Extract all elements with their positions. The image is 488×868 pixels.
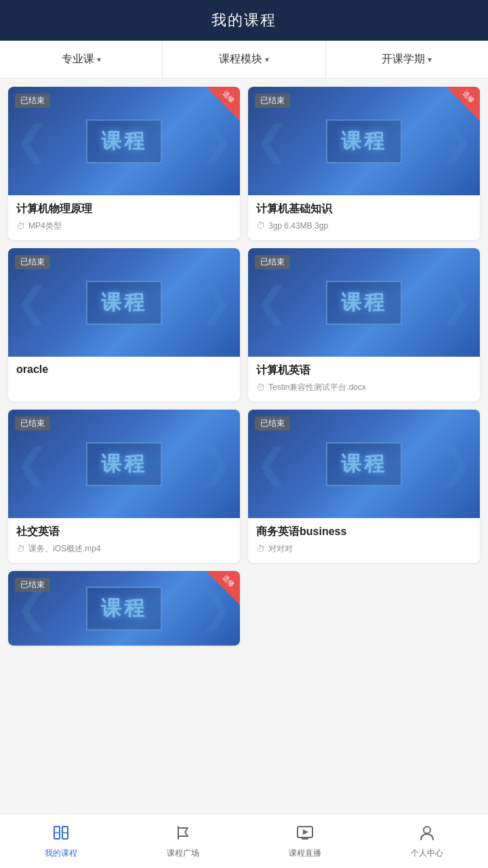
thumb-center-box-7: 课程	[86, 587, 162, 631]
thumb-center-text-3: 课程	[101, 291, 147, 313]
course-row-4: ❮ ❯ 课程 已结束 选修	[8, 571, 480, 646]
course-title-6: 商务英语business	[256, 525, 472, 539]
course-grid: ❮ ❯ 课程 已结束 选修 计算机物理原理 ⏱ MP4类型	[0, 79, 488, 814]
thumb-center-text-2: 课程	[341, 130, 387, 152]
course-info-6: 商务英语business ⏱ 对对对	[248, 518, 480, 563]
thumb-center-text-1: 课程	[101, 130, 147, 152]
nav-item-live[interactable]: 课程直播	[244, 814, 366, 868]
course-row-3: ❮ ❯ 课程 已结束 社交英语 ⏱ 课务、iOS概述.mp4 ❮	[8, 410, 480, 563]
filter-semester[interactable]: 开课学期 ▾	[325, 41, 488, 78]
course-card-3[interactable]: ❮ ❯ 课程 已结束 oracle	[8, 248, 240, 401]
clock-icon: ⏱	[256, 544, 265, 554]
person-icon	[418, 823, 436, 845]
clock-icon: ⏱	[256, 220, 265, 231]
course-meta-text-4: Testin兼容性测试平台.docx	[268, 382, 366, 393]
nav-label-my-courses: 我的课程	[45, 848, 77, 859]
thumb-center-box-2: 课程	[326, 119, 402, 163]
nav-item-profile[interactable]: 个人中心	[366, 814, 488, 868]
thumb-center-text-5: 课程	[101, 452, 147, 475]
book-icon	[52, 823, 70, 845]
arrow-left-icon: ❮	[255, 443, 289, 484]
arrow-left-icon: ❮	[15, 282, 49, 323]
course-thumb-2: ❮ ❯ 课程 已结束 选修	[248, 87, 480, 195]
course-card-1[interactable]: ❮ ❯ 课程 已结束 选修 计算机物理原理 ⏱ MP4类型	[8, 87, 240, 240]
nav-item-course-square[interactable]: 课程广场	[122, 814, 244, 868]
arrow-left-icon: ❮	[15, 588, 49, 629]
filter-major-label: 专业课	[62, 52, 94, 66]
course-thumb-7: ❮ ❯ 课程 已结束 选修	[8, 571, 240, 646]
course-row-2: ❮ ❯ 课程 已结束 oracle ❮ ❯ 课	[8, 248, 480, 401]
course-title-1: 计算机物理原理	[16, 202, 232, 216]
header: 我的课程	[0, 0, 488, 41]
course-meta-5: ⏱ 课务、iOS概述.mp4	[16, 543, 232, 555]
clock-icon: ⏱	[256, 382, 265, 393]
arrow-right-icon: ❯	[439, 443, 473, 484]
filter-module[interactable]: 课程模块 ▾	[162, 41, 325, 78]
arrow-right-icon: ❯	[439, 282, 473, 323]
course-meta-text-1: MP4类型	[28, 220, 62, 232]
thumb-center-text-6: 课程	[341, 452, 387, 475]
chevron-down-icon: ▾	[265, 55, 269, 64]
thumb-center-box-5: 课程	[86, 442, 162, 486]
thumb-center-box-6: 课程	[326, 442, 402, 486]
course-title-5: 社交英语	[16, 525, 232, 539]
thumb-center-box-3: 课程	[86, 281, 162, 325]
filter-semester-label: 开课学期	[382, 52, 425, 66]
filter-bar: 专业课 ▾ 课程模块 ▾ 开课学期 ▾	[0, 41, 488, 79]
course-thumb-3: ❮ ❯ 课程 已结束	[8, 248, 240, 357]
course-meta-text-2: 3gp 6.43MB.3gp	[268, 221, 328, 231]
arrow-right-icon: ❯	[439, 121, 473, 161]
course-card-4[interactable]: ❮ ❯ 课程 已结束 计算机英语 ⏱ Testin兼容性测试平台.docx	[248, 248, 480, 401]
course-thumb-6: ❮ ❯ 课程 已结束	[248, 410, 480, 518]
play-icon	[296, 823, 314, 845]
chevron-down-icon: ▾	[97, 55, 101, 64]
course-thumb-1: ❮ ❯ 课程 已结束 选修	[8, 87, 240, 195]
course-card-6[interactable]: ❮ ❯ 课程 已结束 商务英语business ⏱ 对对对	[248, 410, 480, 563]
arrow-right-icon: ❯	[199, 282, 233, 323]
chevron-down-icon: ▾	[428, 55, 432, 64]
course-meta-4: ⏱ Testin兼容性测试平台.docx	[256, 382, 472, 393]
corner-ribbon-2: 选修	[446, 87, 480, 121]
arrow-right-icon: ❯	[199, 443, 233, 484]
thumb-center-box-1: 课程	[86, 119, 162, 163]
header-title: 我的课程	[211, 10, 277, 31]
course-title-3: oracle	[16, 363, 232, 376]
status-badge-6: 已结束	[255, 416, 290, 431]
status-badge-7: 已结束	[15, 578, 50, 592]
course-card-5[interactable]: ❮ ❯ 课程 已结束 社交英语 ⏱ 课务、iOS概述.mp4	[8, 410, 240, 563]
arrow-right-icon: ❯	[199, 121, 233, 161]
course-meta-text-5: 课务、iOS概述.mp4	[28, 543, 101, 555]
svg-point-9	[424, 827, 430, 833]
nav-item-my-courses[interactable]: 我的课程	[0, 814, 122, 868]
bottom-nav: 我的课程 课程广场 课程直播 个人中心	[0, 814, 488, 868]
empty-placeholder	[248, 571, 480, 646]
course-info-5: 社交英语 ⏱ 课务、iOS概述.mp4	[8, 518, 240, 563]
clock-icon: ⏱	[16, 221, 25, 231]
course-title-4: 计算机英语	[256, 363, 472, 378]
thumb-center-box-4: 课程	[326, 281, 402, 325]
course-card-2[interactable]: ❮ ❯ 课程 已结束 选修 计算机基础知识 ⏱ 3gp 6.43MB.3gp	[248, 87, 480, 240]
status-badge-3: 已结束	[15, 255, 50, 269]
status-badge-1: 已结束	[15, 94, 50, 108]
nav-label-live: 课程直播	[289, 848, 321, 859]
filter-module-label: 课程模块	[219, 52, 262, 66]
arrow-left-icon: ❮	[255, 282, 289, 323]
svg-marker-6	[303, 829, 308, 835]
nav-label-profile: 个人中心	[411, 848, 443, 859]
course-thumb-5: ❮ ❯ 课程 已结束	[8, 410, 240, 518]
flag-icon	[174, 823, 192, 845]
course-card-7[interactable]: ❮ ❯ 课程 已结束 选修	[8, 571, 240, 646]
course-info-1: 计算机物理原理 ⏱ MP4类型	[8, 195, 240, 240]
clock-icon: ⏱	[16, 544, 25, 554]
course-title-2: 计算机基础知识	[256, 202, 472, 216]
corner-ribbon-1: 选修	[206, 87, 240, 121]
course-row-1: ❮ ❯ 课程 已结束 选修 计算机物理原理 ⏱ MP4类型	[8, 87, 480, 240]
course-meta-1: ⏱ MP4类型	[16, 220, 232, 232]
course-meta-2: ⏱ 3gp 6.43MB.3gp	[256, 220, 472, 231]
course-thumb-4: ❮ ❯ 课程 已结束	[248, 248, 480, 357]
filter-major[interactable]: 专业课 ▾	[0, 41, 162, 78]
ribbon-text-1: 选修	[218, 87, 239, 108]
course-meta-6: ⏱ 对对对	[256, 543, 472, 555]
arrow-left-icon: ❮	[255, 121, 289, 161]
course-info-4: 计算机英语 ⏱ Testin兼容性测试平台.docx	[248, 357, 480, 401]
